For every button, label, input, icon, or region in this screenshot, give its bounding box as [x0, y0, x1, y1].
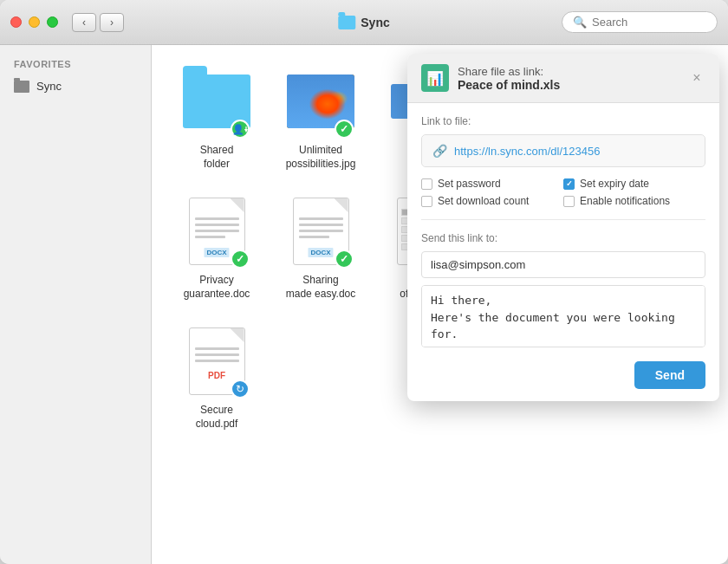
main-window: ‹ › Sync 🔍 Favorites Sync: [0, 0, 728, 564]
dialog-title-area: Share file as link: Peace of mind.xls: [458, 65, 679, 92]
option-enable-notifications[interactable]: Enable notifications: [563, 195, 705, 207]
dialog-close-button[interactable]: ×: [688, 69, 705, 87]
spreadsheet-icon-small: 📊: [426, 70, 444, 87]
option-set-password[interactable]: Set password: [421, 178, 563, 190]
dialog-body: Link to file: 🔗 https://ln.sync.com/dl/1…: [407, 103, 719, 401]
link-icon: 🔗: [432, 144, 447, 158]
back-button[interactable]: ‹: [72, 13, 96, 32]
options-grid: Set password Set expiry date Set downloa…: [421, 178, 705, 207]
link-box: 🔗 https://ln.sync.com/dl/123456: [421, 134, 705, 167]
file-grid: 👤 Sharedfolder ✓ Unlimitedpossibilities.…: [152, 45, 728, 564]
option-label-enable-notifications: Enable notifications: [580, 195, 670, 207]
title-folder-icon: [338, 16, 355, 29]
send-button[interactable]: Send: [634, 361, 705, 389]
option-label-set-download: Set download count: [438, 195, 529, 207]
checkbox-set-password[interactable]: [421, 178, 432, 190]
titlebar: ‹ › Sync 🔍: [0, 0, 728, 45]
send-section: Send this link to: Hi there, Here's the …: [421, 219, 705, 389]
sidebar-section-favorites: Favorites: [0, 59, 151, 76]
checkbox-set-download[interactable]: [421, 196, 432, 207]
send-section-label: Send this link to:: [421, 232, 705, 244]
dialog-file-icon: 📊: [421, 64, 449, 92]
sidebar-item-label: Sync: [36, 80, 62, 93]
message-textarea[interactable]: Hi there, Here's the document you were l…: [421, 285, 705, 347]
content-area: Favorites Sync 👤 Sharedfolder: [0, 45, 728, 564]
dialog-title-text: Share file as link:: [458, 65, 679, 78]
dialog-header: 📊 Share file as link: Peace of mind.xls …: [407, 54, 719, 103]
share-dialog: 📊 Share file as link: Peace of mind.xls …: [407, 54, 719, 401]
checkbox-enable-notifications[interactable]: [563, 196, 575, 207]
close-button[interactable]: [10, 16, 22, 28]
search-input[interactable]: [592, 16, 706, 29]
sidebar-folder-icon: [14, 81, 29, 93]
sidebar-item-sync[interactable]: Sync: [0, 76, 151, 96]
maximize-button[interactable]: [47, 16, 58, 28]
dialog-overlay: 📊 Share file as link: Peace of mind.xls …: [152, 45, 728, 564]
dialog-filename: Peace of mind.xls: [458, 78, 679, 92]
search-icon: 🔍: [573, 16, 587, 29]
forward-button[interactable]: ›: [100, 13, 124, 32]
option-set-download[interactable]: Set download count: [421, 195, 563, 207]
search-box[interactable]: 🔍: [562, 11, 718, 33]
traffic-lights: [10, 16, 58, 28]
window-title: Sync: [361, 16, 389, 29]
link-url[interactable]: https://ln.sync.com/dl/123456: [454, 145, 600, 158]
option-label-set-password: Set password: [438, 178, 501, 190]
minimize-button[interactable]: [29, 16, 40, 28]
email-input[interactable]: [421, 251, 705, 278]
sidebar: Favorites Sync: [0, 45, 152, 564]
titlebar-center: Sync: [338, 16, 389, 29]
send-footer: Send: [421, 361, 705, 389]
nav-buttons: ‹ ›: [72, 13, 124, 32]
checkbox-set-expiry[interactable]: [563, 178, 575, 190]
option-set-expiry[interactable]: Set expiry date: [563, 178, 705, 190]
option-label-set-expiry: Set expiry date: [580, 178, 649, 190]
link-section-label: Link to file:: [421, 115, 705, 127]
